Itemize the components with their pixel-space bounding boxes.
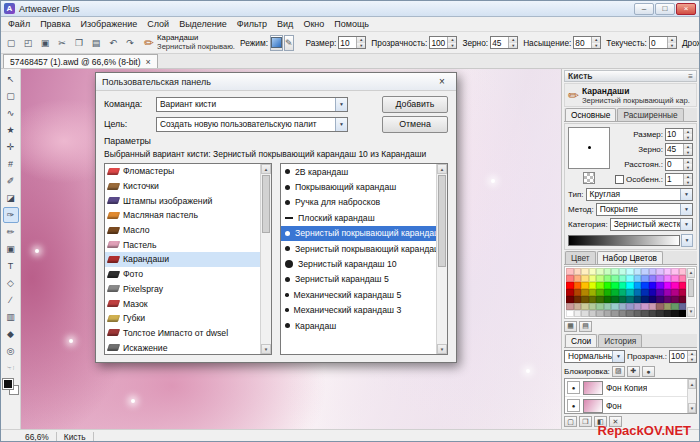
toolbar-field-input[interactable] (491, 37, 508, 48)
spin-down-icon[interactable] (684, 164, 692, 170)
panel-tab[interactable]: История (598, 334, 642, 347)
menu-item[interactable]: Помощь (329, 18, 374, 30)
opacity-input[interactable] (670, 351, 687, 362)
category-item[interactable]: Кисточки (105, 179, 260, 194)
minimize-button[interactable]: – (634, 3, 654, 15)
visibility-eye-icon[interactable]: ● (567, 399, 580, 412)
cancel-button[interactable]: Отмена (382, 116, 448, 133)
color-swatch[interactable] (664, 310, 672, 317)
close-button[interactable]: × (676, 3, 696, 15)
color-swatch[interactable] (679, 282, 687, 289)
color-swatch[interactable] (679, 310, 687, 317)
spinner[interactable] (508, 37, 517, 48)
color-swatch[interactable] (566, 268, 574, 275)
palette-scrollbar[interactable] (686, 268, 695, 317)
line-tool[interactable]: ∕ (3, 292, 19, 308)
lasso-tool[interactable]: ∿ (3, 105, 19, 121)
variant-item[interactable]: Карандаш (281, 318, 436, 333)
color-swatch[interactable] (626, 275, 634, 282)
spin-down-icon[interactable] (684, 134, 692, 140)
color-swatch[interactable] (604, 282, 612, 289)
color-swatch[interactable] (566, 289, 574, 296)
color-swatch[interactable] (589, 268, 597, 275)
color-swatch[interactable] (671, 268, 679, 275)
spin-down-icon[interactable] (684, 149, 692, 155)
color-swatch[interactable] (566, 310, 574, 317)
category-item[interactable]: Масляная пастель (105, 208, 260, 223)
color-swatch[interactable] (626, 296, 634, 303)
category-item[interactable]: Фломастеры (105, 164, 260, 179)
feature-checkbox[interactable] (615, 175, 624, 184)
color-swatch[interactable] (671, 303, 679, 310)
color-swatch[interactable] (604, 268, 612, 275)
scroll-up-icon[interactable] (687, 268, 695, 278)
color-swatch[interactable] (596, 268, 604, 275)
swatch-menu-icon[interactable]: ▤ (579, 321, 592, 332)
color-swatch[interactable] (679, 296, 687, 303)
color-swatch[interactable] (574, 282, 582, 289)
variant-item[interactable]: Зернистый покрывающий карандаш 5 (281, 241, 436, 256)
category-item[interactable]: Штампы изображений (105, 193, 260, 208)
variant-scrollbar[interactable] (436, 164, 447, 354)
color-swatch[interactable] (574, 275, 582, 282)
color-swatch[interactable] (649, 289, 657, 296)
scroll-up-icon[interactable] (688, 379, 696, 389)
color-swatch[interactable] (604, 296, 612, 303)
panel-tab[interactable]: Основные (565, 108, 616, 121)
color-swatch[interactable] (589, 310, 597, 317)
eyedropper-tool[interactable]: ✐ (3, 173, 19, 189)
text-tool[interactable]: T (3, 258, 19, 274)
brush-dropdown[interactable]: Покрытие (596, 203, 693, 216)
scroll-down-icon[interactable] (437, 344, 447, 354)
color-swatch[interactable] (679, 303, 687, 310)
spinner[interactable] (683, 159, 692, 170)
color-swatch[interactable] (656, 296, 664, 303)
layers-scrollbar[interactable] (687, 379, 696, 413)
spinner[interactable] (667, 37, 676, 48)
toolbar-field-input[interactable] (430, 37, 447, 48)
grain-dropdown-icon[interactable] (681, 234, 693, 247)
category-item[interactable]: Карандаши (105, 252, 260, 267)
color-swatch[interactable] (581, 275, 589, 282)
category-item[interactable]: Толстое Импасто от dwsel (105, 326, 260, 341)
variant-item[interactable]: Плоский карандаш (281, 210, 436, 225)
scroll-down-icon[interactable] (687, 307, 695, 317)
scroll-up-icon[interactable] (261, 164, 271, 174)
brush-selector-toolbar[interactable]: ✏ Карандаши Зернистый покрываю... (144, 34, 235, 51)
toolbar-field-input[interactable] (574, 37, 591, 48)
grain-gradient-preview[interactable] (568, 235, 680, 246)
color-swatch[interactable] (611, 275, 619, 282)
color-swatch[interactable] (664, 268, 672, 275)
menu-item[interactable]: Файл (3, 18, 35, 30)
panel-menu-icon[interactable]: ≡ (688, 72, 693, 81)
brush-tool[interactable]: ✑ (3, 207, 19, 223)
variant-item[interactable]: Покрывающий карандаш (281, 179, 436, 194)
category-item[interactable]: Пастель (105, 237, 260, 252)
color-swatch[interactable] (679, 275, 687, 282)
color-swatch[interactable] (596, 282, 604, 289)
paste-icon[interactable]: ▤ (88, 34, 104, 51)
color-swatch[interactable] (634, 282, 642, 289)
variant-item[interactable]: Зернистый карандаш 5 (281, 272, 436, 287)
undo-icon[interactable]: ↶ (105, 34, 121, 51)
color-swatch[interactable] (634, 268, 642, 275)
blend-mode-dropdown[interactable]: Нормальный (564, 350, 625, 363)
color-swatch[interactable] (656, 310, 664, 317)
lock-position-icon[interactable]: ✚ (627, 366, 640, 377)
titlebar[interactable]: A Artweaver Plus – □ × (1, 1, 699, 17)
color-swatch[interactable] (596, 289, 604, 296)
color-swatch[interactable] (589, 289, 597, 296)
color-swatch[interactable] (619, 289, 627, 296)
category-item[interactable]: Губки (105, 311, 260, 326)
spin-down-icon[interactable] (684, 179, 692, 185)
color-swatch[interactable] (626, 289, 634, 296)
color-swatch[interactable] (611, 289, 619, 296)
category-item[interactable]: Pixelspray (105, 282, 260, 297)
scroll-thumb[interactable] (688, 279, 694, 297)
spinner[interactable] (683, 144, 692, 155)
color-swatch[interactable] (671, 310, 679, 317)
color-swatch[interactable] (604, 310, 612, 317)
gradient-tool[interactable]: ▥ (3, 309, 19, 325)
spinner[interactable] (591, 37, 600, 48)
color-swatch[interactable] (574, 268, 582, 275)
